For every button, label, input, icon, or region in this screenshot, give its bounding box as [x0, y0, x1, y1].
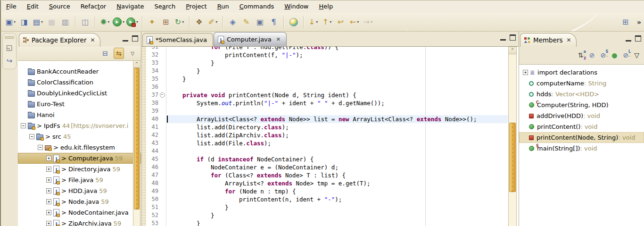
code-text[interactable]: printContent(f, "|-"); [166, 51, 508, 59]
code-text[interactable]: for (Class<? extends Node> T : list) { [166, 171, 508, 179]
expand-icon[interactable]: + [46, 167, 51, 172]
member-item-printcontent-[interactable]: printContent() : void [519, 121, 644, 132]
chevron-down-icon[interactable]: ▾ [371, 20, 372, 24]
mark-occurrences-button[interactable]: ▣ [253, 16, 267, 29]
code-line-37[interactable]: 37−private void printContent(Node d, Str… [141, 91, 508, 99]
toolbar-overflow-button[interactable]: » [637, 18, 641, 26]
new-class-button[interactable]: ◨ [17, 16, 31, 29]
code-line-35[interactable]: 35} [141, 75, 508, 83]
code-line-46[interactable]: 46NodeContainer e = (NodeContainer) d; [141, 163, 508, 171]
collapse-icon[interactable]: − [160, 92, 165, 98]
chevron-down-icon[interactable]: ▾ [14, 20, 16, 24]
members-tab[interactable]: Members ✕ [520, 33, 577, 47]
code-text[interactable]: System.out.println("|-" + ident + " " + … [166, 99, 508, 107]
open-type-button[interactable]: ❖ [192, 16, 206, 29]
tree-item-doublylinkedcycliclist[interactable]: −DoublyLinkedCyclicList [18, 88, 141, 99]
code-line-33[interactable]: 33} [141, 59, 508, 67]
member-item-adddrive-hdd-[interactable]: addDrive(HDD) : void [519, 110, 644, 121]
scrollbar-thumb[interactable] [134, 68, 140, 209]
view-menu-icon[interactable]: ▽ [128, 48, 137, 59]
code-text[interactable]: ArrayList<Class<? extends Node>> list = … [166, 115, 508, 123]
code-line-47[interactable]: 47for (Class<? extends Node> T : list) { [141, 171, 508, 179]
close-icon[interactable]: ✕ [276, 36, 281, 42]
tree-item-src[interactable]: −> src45 [18, 131, 141, 142]
show-whitespace-button[interactable]: ¶ [267, 16, 281, 29]
restore-views-button[interactable]: ◱ [6, 43, 13, 52]
chevron-down-icon[interactable]: ▾ [41, 20, 43, 24]
code-line-31[interactable]: 31for (File f : hdd.get(File.class)) { [141, 47, 508, 51]
code-line-36[interactable]: 36 [141, 83, 508, 91]
code-text[interactable]: if (d instanceof NodeContainer) { [166, 155, 508, 163]
tree-item-directory-java[interactable]: +> Directory.java59 [18, 164, 141, 175]
code-area[interactable]: 31for (File f : hdd.get(File.class)) {32… [141, 47, 508, 226]
code-line-38[interactable]: 38System.out.println("|-" + ident + " " … [141, 99, 508, 107]
package-explorer-tab[interactable]: Package Explorer ✕ [19, 33, 100, 47]
code-text[interactable]: list.add(Directory.class); [166, 123, 508, 131]
editor-body[interactable]: 31for (File f : hdd.get(File.class)) {32… [141, 47, 519, 226]
code-line-43[interactable]: 43list.add(File.class); [141, 139, 508, 147]
menu-item-refactor[interactable]: Refactor [75, 1, 112, 12]
tree-item-hanoi[interactable]: −Hanoi [18, 109, 141, 120]
collapse-icon[interactable]: − [21, 123, 26, 128]
menu-item-run[interactable]: Run [212, 1, 234, 12]
hide-static-button[interactable]: ⊘S [601, 51, 606, 59]
chevron-down-icon[interactable]: ▾ [316, 20, 318, 24]
back-button[interactable]: ←▾ [347, 16, 361, 29]
minimize-button[interactable] [500, 35, 506, 41]
update-button[interactable]: ↻▾ [173, 16, 186, 29]
menu-item-project[interactable]: Project [181, 1, 212, 12]
member-item-computername[interactable]: computerName : String [519, 78, 644, 89]
code-text[interactable]: } [166, 59, 508, 67]
hide-fields-button[interactable]: ⊘ [589, 51, 595, 59]
code-line-50[interactable]: 50printContent(n, ident + "-"); [141, 195, 508, 203]
expand-icon[interactable]: + [46, 221, 51, 226]
tree-item-nodecontainer-java[interactable]: +> NodeContainer.java [18, 207, 141, 218]
member-item-import-declarations[interactable]: +≣import declarations [519, 67, 644, 78]
menu-item-help[interactable]: Help [314, 1, 339, 12]
code-text[interactable]: printContent(n, ident + "-"); [166, 195, 508, 203]
new-file-button[interactable]: ▤▾ [31, 16, 45, 29]
next-annotation-button[interactable]: ↓▾ [306, 16, 320, 29]
code-line-49[interactable]: 49for (Node n : tmp) { [141, 187, 508, 195]
highlight-button[interactable]: ✎ [239, 16, 253, 29]
previous-annotation-button[interactable]: ↑▾ [320, 16, 334, 29]
new-wizard-button[interactable]: ▣▾ [4, 16, 17, 29]
maximize-button[interactable] [510, 34, 516, 41]
chevron-down-icon[interactable]: ▾ [215, 20, 217, 24]
chevron-down-icon[interactable]: ▾ [357, 20, 359, 24]
tree-item-ipdfs[interactable]: −> IpdFs44 [https://svnserver.i [18, 120, 141, 131]
code-text[interactable]: } [166, 211, 508, 219]
show-public-button[interactable]: ● [611, 51, 617, 59]
member-item-hdds[interactable]: hdds : Vector<HDD> [519, 89, 644, 100]
code-line-51[interactable]: 51} [141, 203, 508, 211]
code-line-48[interactable]: 48ArrayList<? extends Node> tmp = e.get(… [141, 179, 508, 187]
expand-icon[interactable]: + [46, 199, 51, 204]
expand-icon[interactable]: + [46, 156, 51, 161]
run-button[interactable]: ▶▾ [112, 16, 125, 29]
code-line-53[interactable]: 53} [141, 219, 508, 226]
menu-item-edit[interactable]: Edit [22, 1, 44, 12]
code-text[interactable]: } [166, 67, 508, 75]
code-text[interactable]: NodeContainer e = (NodeContainer) d; [166, 163, 508, 171]
tree-item-euro-test[interactable]: −Euro-Test [18, 99, 141, 109]
code-text[interactable]: for (Node n : tmp) { [166, 187, 508, 195]
color-palette-button[interactable] [287, 16, 300, 29]
member-item-main-string-[interactable]: Smain(String[]) : void [519, 143, 644, 154]
pin-editor-button[interactable]: ◈ [226, 16, 239, 29]
chevron-down-icon[interactable]: ▾ [136, 20, 138, 24]
link-with-editor-button[interactable]: ⇆ [114, 48, 124, 59]
code-text[interactable] [166, 107, 508, 115]
code-line-52[interactable]: 52} [141, 211, 508, 219]
member-item-printcontent-node-string-[interactable]: printContent(Node, String) : void [519, 132, 644, 143]
open-view-button[interactable]: ↪ [7, 57, 13, 65]
tree-item-node-java[interactable]: +> Node.java59 [18, 196, 141, 207]
code-text[interactable]: } [166, 75, 508, 83]
menu-item-navigate[interactable]: Navigate [111, 1, 149, 12]
minimize-button[interactable] [123, 36, 128, 42]
code-text[interactable] [166, 147, 508, 155]
maximize-button[interactable] [635, 35, 641, 42]
code-text[interactable]: private void printContent(Node d, String… [166, 91, 508, 99]
expand-icon[interactable]: + [46, 188, 51, 193]
scroll-up-icon[interactable]: ^ [133, 61, 140, 68]
hide-local-types-button[interactable]: ⊘L [623, 51, 628, 59]
